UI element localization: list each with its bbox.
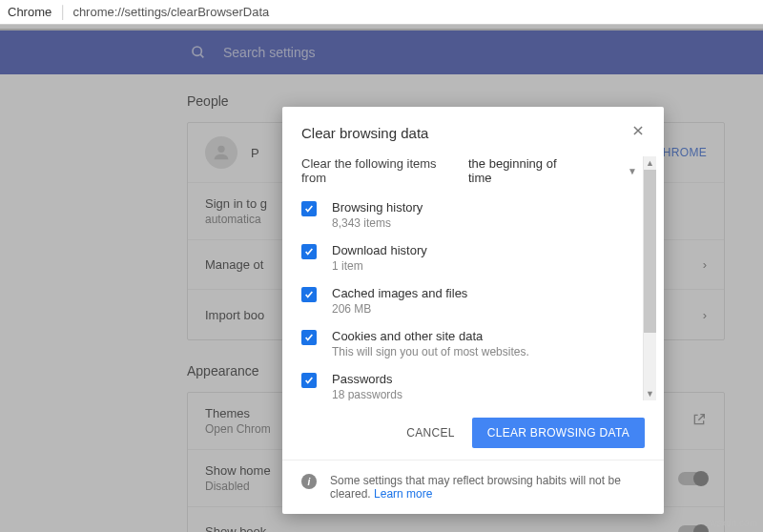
cached-files-option[interactable]: Cached images and files 206 MB	[301, 286, 637, 316]
dialog-title: Clear browsing data	[301, 125, 428, 141]
chevron-down-icon: ▼	[628, 166, 637, 176]
url-text: chrome://settings/clearBrowserData	[72, 5, 269, 19]
scrollbar[interactable]: ▲ ▼	[643, 156, 656, 400]
time-range-select[interactable]: the beginning of time ▼	[468, 156, 637, 185]
clear-browsing-data-button[interactable]: CLEAR BROWSING DATA	[472, 418, 645, 448]
browser-address-bar: Chrome │ chrome://settings/clearBrowserD…	[0, 0, 763, 25]
clear-browsing-data-dialog: Clear browsing data Clear the following …	[282, 107, 664, 514]
checkbox-checked-icon[interactable]	[301, 330, 317, 345]
checkbox-checked-icon[interactable]	[301, 373, 317, 388]
learn-more-link[interactable]: Learn more	[374, 487, 432, 501]
cancel-button[interactable]: CANCEL	[406, 426, 454, 440]
cookies-option[interactable]: Cookies and other site data This will si…	[301, 329, 637, 358]
scroll-up-icon[interactable]: ▲	[644, 156, 656, 170]
close-icon[interactable]	[631, 124, 645, 141]
browsing-history-option[interactable]: Browsing history 8,343 items	[301, 200, 637, 230]
passwords-option[interactable]: Passwords 18 passwords	[301, 372, 637, 400]
checkbox-checked-icon[interactable]	[301, 287, 317, 302]
clear-from-label: Clear the following items from	[301, 156, 453, 185]
download-history-option[interactable]: Download history 1 item	[301, 243, 637, 273]
watermark: wsxdn.com	[710, 518, 757, 528]
scroll-thumb[interactable]	[644, 170, 656, 333]
info-icon: i	[301, 474, 317, 489]
scroll-down-icon[interactable]: ▼	[644, 387, 656, 400]
browser-name: Chrome	[8, 5, 52, 19]
checkbox-checked-icon[interactable]	[301, 201, 317, 216]
checkbox-checked-icon[interactable]	[301, 244, 317, 259]
